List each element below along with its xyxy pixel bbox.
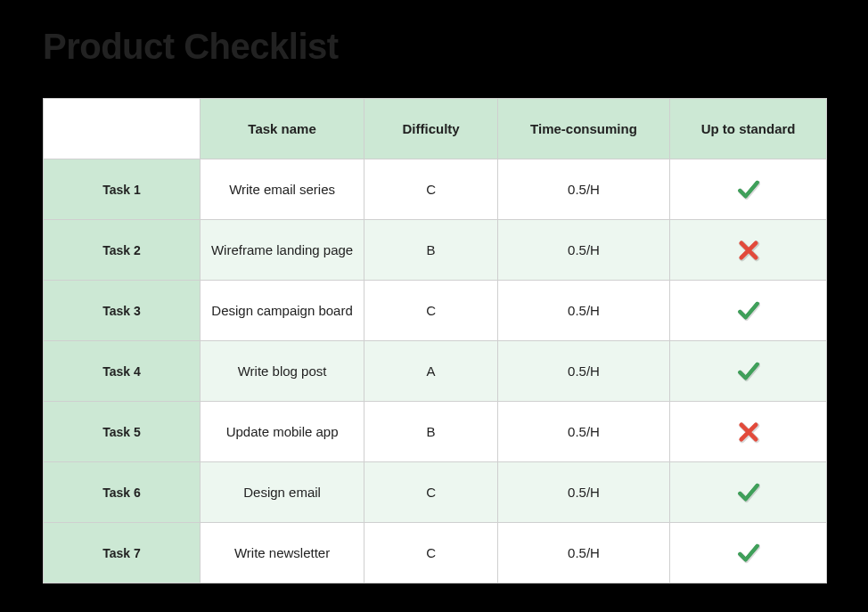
check-icon xyxy=(737,180,760,195)
cell-time: 0.5/H xyxy=(497,341,669,402)
cell-task-name: Write blog post xyxy=(200,341,364,402)
cell-time: 0.5/H xyxy=(497,159,669,220)
cell-task-name: Design email xyxy=(200,462,364,523)
row-label: Task 3 xyxy=(44,281,201,341)
cell-difficulty: B xyxy=(364,220,497,281)
table-header: Task name Difficulty Time-consuming Up t… xyxy=(44,99,827,159)
table-body: Task 1Write email seriesC0.5/HTask 2Wire… xyxy=(44,159,827,583)
cell-difficulty: C xyxy=(364,159,497,220)
col-header-difficulty: Difficulty xyxy=(364,99,497,159)
check-icon xyxy=(737,301,760,316)
cell-time: 0.5/H xyxy=(497,402,669,462)
table-row: Task 6Design emailC0.5/H xyxy=(44,462,827,523)
cell-standard xyxy=(670,462,827,523)
cell-task-name: Write email series xyxy=(200,159,364,220)
cross-icon xyxy=(737,241,760,256)
cell-difficulty: C xyxy=(364,462,497,523)
row-label: Task 2 xyxy=(44,220,201,281)
checklist-table-wrap: Task name Difficulty Time-consuming Up t… xyxy=(43,98,827,583)
cell-standard xyxy=(670,341,827,402)
cell-time: 0.5/H xyxy=(497,220,669,281)
cell-difficulty: C xyxy=(364,281,497,341)
table-row: Task 4Write blog postA0.5/H xyxy=(44,341,827,402)
row-label: Task 1 xyxy=(44,159,201,220)
cell-standard xyxy=(670,402,827,462)
col-header-task-name: Task name xyxy=(200,99,364,159)
table-row: Task 3Design campaign boardC0.5/H xyxy=(44,281,827,341)
cell-difficulty: A xyxy=(364,341,497,402)
page-title: Product Checklist xyxy=(43,27,339,67)
table-row: Task 5Update mobile appB0.5/H xyxy=(44,402,827,462)
cross-icon xyxy=(737,422,760,437)
table-header-row: Task name Difficulty Time-consuming Up t… xyxy=(44,99,827,159)
page: Product Checklist Task name Difficulty T… xyxy=(0,0,868,612)
row-label: Task 5 xyxy=(44,402,201,462)
cell-time: 0.5/H xyxy=(497,523,669,583)
cell-task-name: Design campaign board xyxy=(200,281,364,341)
col-header-standard: Up to standard xyxy=(670,99,827,159)
cell-task-name: Write newsletter xyxy=(200,523,364,583)
check-icon xyxy=(737,362,760,377)
table-row: Task 2Wireframe landing pageB0.5/H xyxy=(44,220,827,281)
cell-time: 0.5/H xyxy=(497,462,669,523)
cell-standard xyxy=(670,523,827,583)
col-header-blank xyxy=(44,99,201,159)
row-label: Task 6 xyxy=(44,462,201,523)
check-icon xyxy=(737,483,760,498)
check-icon xyxy=(737,543,760,559)
cell-difficulty: C xyxy=(364,523,497,583)
cell-time: 0.5/H xyxy=(497,281,669,341)
table-row: Task 1Write email seriesC0.5/H xyxy=(44,159,827,220)
cell-difficulty: B xyxy=(364,402,497,462)
cell-task-name: Wireframe landing page xyxy=(200,220,364,281)
row-label: Task 4 xyxy=(44,341,201,402)
cell-standard xyxy=(670,220,827,281)
col-header-time: Time-consuming xyxy=(497,99,669,159)
cell-standard xyxy=(670,281,827,341)
table-row: Task 7Write newsletterC0.5/H xyxy=(44,523,827,583)
checklist-table: Task name Difficulty Time-consuming Up t… xyxy=(43,98,827,583)
cell-task-name: Update mobile app xyxy=(200,402,364,462)
cell-standard xyxy=(670,159,827,220)
row-label: Task 7 xyxy=(44,523,201,583)
